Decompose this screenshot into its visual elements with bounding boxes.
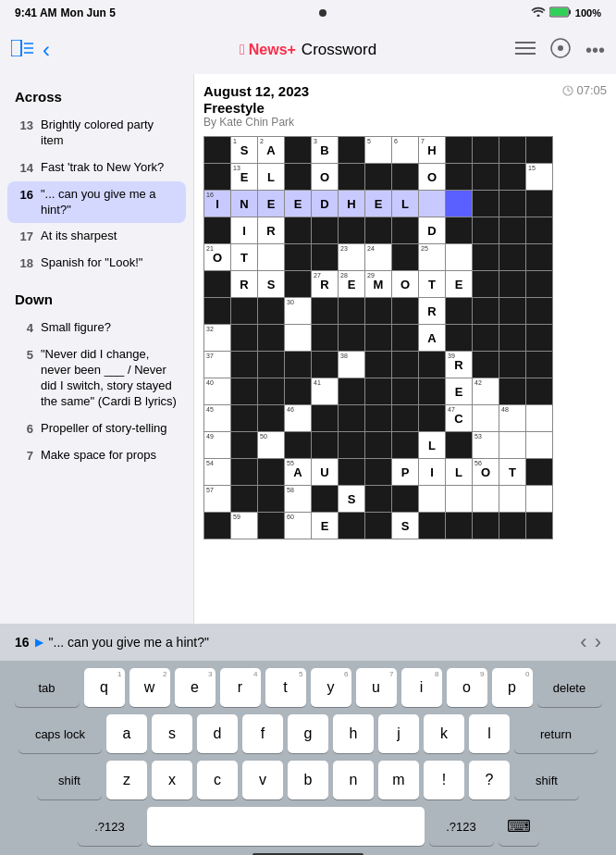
cell-11-6[interactable] xyxy=(365,432,391,458)
cell-5-7[interactable]: O xyxy=(392,271,418,297)
cell-6-4[interactable] xyxy=(312,298,338,324)
cell-3-3[interactable] xyxy=(285,217,311,243)
cell-11-1[interactable] xyxy=(231,432,257,458)
cell-7-5[interactable] xyxy=(339,325,364,351)
key-keyboard-icon[interactable]: ⌨ xyxy=(499,807,539,846)
cell-0-2[interactable]: 2A xyxy=(258,137,284,163)
key-h[interactable]: h xyxy=(333,714,374,753)
cell-1-5[interactable] xyxy=(339,164,364,190)
cell-1-11[interactable] xyxy=(499,164,525,190)
cell-4-12[interactable] xyxy=(526,244,552,270)
cell-11-2[interactable]: 50 xyxy=(258,432,284,458)
cell-0-9[interactable] xyxy=(446,137,472,163)
key-symbols-right[interactable]: .?123 xyxy=(429,807,494,846)
cell-4-5[interactable]: 23 xyxy=(339,244,364,270)
clue-across-14[interactable]: 14 Fast 'trak to New York? xyxy=(0,155,193,181)
key-m[interactable]: m xyxy=(378,761,419,799)
cell-5-12[interactable] xyxy=(526,271,552,297)
cell-9-4[interactable]: 41 xyxy=(312,378,338,404)
clue-down-7[interactable]: 7 Make space for props xyxy=(0,442,193,469)
cell-2-8[interactable] xyxy=(419,191,445,217)
clue-across-16[interactable]: 16 "... can you give me a hint?" xyxy=(7,181,186,224)
cell-9-5[interactable] xyxy=(339,378,364,404)
cell-9-10[interactable]: 42 xyxy=(473,378,499,404)
cell-6-10[interactable] xyxy=(473,298,499,324)
cell-5-0[interactable] xyxy=(204,271,230,297)
cell-10-5[interactable] xyxy=(339,405,364,431)
cell-13-12[interactable] xyxy=(526,486,552,512)
cell-4-7[interactable] xyxy=(392,244,418,270)
cell-13-5[interactable]: S xyxy=(339,486,364,512)
cell-3-10[interactable] xyxy=(473,217,499,243)
cell-12-6[interactable] xyxy=(365,459,391,485)
cell-8-4[interactable] xyxy=(312,352,338,378)
cell-13-2[interactable] xyxy=(258,486,284,512)
cell-10-7[interactable] xyxy=(392,405,418,431)
cell-9-2[interactable] xyxy=(258,378,284,404)
key-symbols-left[interactable]: .?123 xyxy=(78,807,142,846)
key-question[interactable]: ? xyxy=(469,761,510,799)
cell-14-3[interactable]: 60 xyxy=(285,513,311,539)
cell-14-5[interactable] xyxy=(339,513,364,539)
cell-10-3[interactable]: 46 xyxy=(285,405,311,431)
cell-3-12[interactable] xyxy=(526,217,552,243)
cell-9-1[interactable] xyxy=(231,378,257,404)
list-icon-button[interactable] xyxy=(515,40,536,60)
cell-4-3[interactable] xyxy=(285,244,311,270)
cell-14-8[interactable] xyxy=(419,513,445,539)
key-k[interactable]: k xyxy=(424,714,464,753)
cell-12-8[interactable]: I xyxy=(419,459,445,485)
cell-10-8[interactable] xyxy=(419,405,445,431)
key-p[interactable]: p0 xyxy=(492,668,533,707)
key-z[interactable]: z xyxy=(106,761,147,799)
key-o[interactable]: o9 xyxy=(447,668,487,707)
key-u[interactable]: u7 xyxy=(356,668,397,707)
cell-5-5[interactable]: 28E xyxy=(339,271,364,297)
cell-1-7[interactable] xyxy=(392,164,418,190)
cell-7-10[interactable] xyxy=(473,325,499,351)
cell-8-0[interactable]: 37 xyxy=(204,352,230,378)
cell-6-7[interactable] xyxy=(392,298,418,324)
clue-down-4[interactable]: 4 Small figure? xyxy=(0,315,193,341)
cell-4-10[interactable] xyxy=(473,244,499,270)
cell-2-7[interactable]: L xyxy=(392,191,418,217)
cell-8-3[interactable] xyxy=(285,352,311,378)
cell-4-8[interactable]: 25 xyxy=(419,244,445,270)
cell-10-11[interactable]: 48 xyxy=(499,405,525,431)
cell-8-8[interactable] xyxy=(419,352,445,378)
cell-1-10[interactable] xyxy=(473,164,499,190)
cell-4-0[interactable]: 21O xyxy=(204,244,230,270)
key-y[interactable]: y6 xyxy=(311,668,351,707)
cell-1-4[interactable]: O xyxy=(312,164,338,190)
key-r[interactable]: r4 xyxy=(220,668,261,707)
cell-12-1[interactable] xyxy=(231,459,257,485)
cell-8-5[interactable]: 38 xyxy=(339,352,364,378)
cell-10-12[interactable] xyxy=(526,405,552,431)
cell-2-6[interactable]: E xyxy=(365,191,391,217)
cell-1-2[interactable]: L xyxy=(258,164,284,190)
cell-4-2[interactable] xyxy=(258,244,284,270)
cell-5-1[interactable]: R xyxy=(231,271,257,297)
cell-8-2[interactable] xyxy=(258,352,284,378)
cell-2-3[interactable]: E xyxy=(285,191,311,217)
cell-0-7[interactable]: 6 xyxy=(392,137,418,163)
cell-5-11[interactable] xyxy=(499,271,525,297)
cell-13-10[interactable] xyxy=(473,486,499,512)
share-icon-button[interactable] xyxy=(550,38,571,62)
cell-12-10[interactable]: 56O xyxy=(473,459,499,485)
cell-6-8[interactable]: R xyxy=(419,298,445,324)
clue-down-5[interactable]: 5 "Never did I change, never been ___ / … xyxy=(0,341,193,415)
cell-8-7[interactable] xyxy=(392,352,418,378)
cell-7-11[interactable] xyxy=(499,325,525,351)
cell-12-11[interactable]: T xyxy=(499,459,525,485)
cell-9-8[interactable] xyxy=(419,378,445,404)
cell-1-9[interactable] xyxy=(446,164,472,190)
key-e[interactable]: e3 xyxy=(175,668,216,707)
cell-2-5[interactable]: H xyxy=(339,191,364,217)
cell-6-0[interactable] xyxy=(204,298,230,324)
cell-6-12[interactable] xyxy=(526,298,552,324)
cell-2-0[interactable]: 16I xyxy=(204,191,230,217)
cell-10-4[interactable] xyxy=(312,405,338,431)
cell-7-0[interactable]: 32 xyxy=(204,325,230,351)
cell-6-9[interactable] xyxy=(446,298,472,324)
